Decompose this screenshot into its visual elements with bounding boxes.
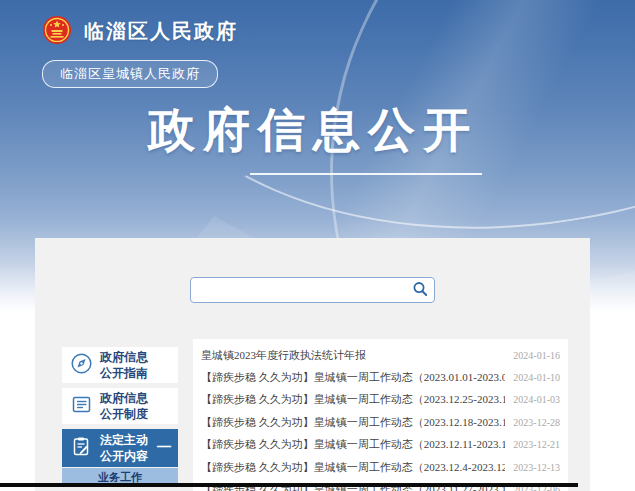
search-icon <box>412 281 428 300</box>
site-header: 临淄区人民政府 <box>42 15 238 47</box>
article-date: 2023-12-21 <box>513 439 560 450</box>
article-title[interactable]: 【蹄疾步稳 久久为功】皇城镇一周工作动态（2023.01.01-2023.01.… <box>201 370 505 385</box>
page: 临淄区人民政府 临淄区皇城镇人民政府 政府信息公开 <box>0 0 635 491</box>
article-row[interactable]: 【蹄疾步稳 久久为功】皇城镇一周工作动态（2023.12.11-2023.12.… <box>201 434 560 456</box>
screenshot-bottom-edge <box>0 483 578 487</box>
compass-icon <box>71 353 92 378</box>
content-panel: 政府信息 公开指南 政府信息 公开制度 <box>35 238 590 491</box>
article-date: 2024-01-16 <box>513 350 560 361</box>
article-date: 2023-12-28 <box>513 417 560 428</box>
search-box <box>190 277 435 303</box>
article-row[interactable]: 【蹄疾步稳 久久为功】皇城镇一周工作动态（2023.12.18-2023.12.… <box>201 411 560 433</box>
sidebar-item-label: 政府信息 公开制度 <box>100 390 148 422</box>
article-title[interactable]: 【蹄疾步稳 久久为功】皇城镇一周工作动态（2023.12.11-2023.12.… <box>201 437 505 452</box>
org-tag-link[interactable]: 临淄区皇城镇人民政府 <box>42 60 218 88</box>
article-row[interactable]: 【蹄疾步稳 久久为功】皇城镇一周工作动态（2023.12.25-2023.12.… <box>201 389 560 411</box>
sidebar-item-statutory-disclosure[interactable]: 法定主动 公开内容 — <box>62 429 178 467</box>
article-title[interactable]: 皇城镇2023年度行政执法统计年报 <box>201 348 366 363</box>
title-underline <box>250 173 482 175</box>
article-date: 2024-01-10 <box>513 372 560 383</box>
article-row[interactable]: 【蹄疾步稳 久久为功】皇城镇一周工作动态（2023.01.01-2023.01.… <box>201 366 560 388</box>
sidebar-item-gov-info-guide[interactable]: 政府信息 公开指南 <box>62 347 178 383</box>
site-name-link[interactable]: 临淄区人民政府 <box>84 18 238 45</box>
collapse-minus-icon[interactable]: — <box>157 438 171 454</box>
search-button[interactable] <box>409 279 431 301</box>
article-row[interactable]: 皇城镇2023年度行政执法统计年报 2024-01-16 <box>201 344 560 366</box>
sidebar-item-label: 政府信息 公开指南 <box>100 349 148 381</box>
document-list-icon <box>71 394 92 419</box>
clipboard-pen-icon <box>71 436 92 461</box>
article-date: 2024-01-03 <box>513 394 560 405</box>
article-title[interactable]: 【蹄疾步稳 久久为功】皇城镇一周工作动态（2023.12.25-2023.12.… <box>201 392 505 407</box>
sidebar-item-gov-info-rules[interactable]: 政府信息 公开制度 <box>62 388 178 424</box>
search-input[interactable] <box>191 278 409 302</box>
sidebar-item-label: 法定主动 公开内容 <box>100 432 148 464</box>
article-date: 2023-12-13 <box>513 462 560 473</box>
page-title: 政府信息公开 <box>148 101 478 160</box>
china-national-emblem-icon <box>42 15 72 47</box>
article-title[interactable]: 【蹄疾步稳 久久为功】皇城镇一周工作动态（2023.12.4-2023.12.1… <box>201 460 505 475</box>
article-title[interactable]: 【蹄疾步稳 久久为功】皇城镇一周工作动态（2023.12.18-2023.12.… <box>201 415 505 430</box>
article-list-panel: 皇城镇2023年度行政执法统计年报 2024-01-16 【蹄疾步稳 久久为功】… <box>193 339 568 491</box>
article-list: 皇城镇2023年度行政执法统计年报 2024-01-16 【蹄疾步稳 久久为功】… <box>193 339 568 491</box>
article-row[interactable]: 【蹄疾步稳 久久为功】皇城镇一周工作动态（2023.12.4-2023.12.1… <box>201 456 560 478</box>
